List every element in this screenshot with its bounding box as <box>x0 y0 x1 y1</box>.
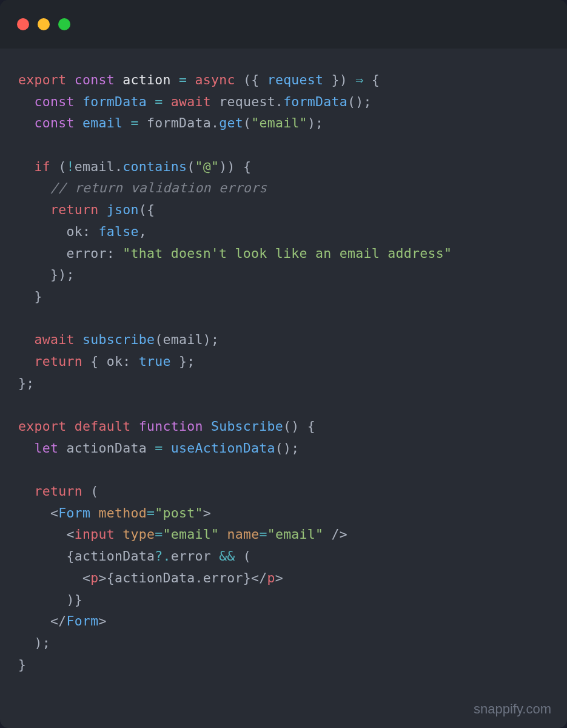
minimize-icon[interactable] <box>38 18 50 30</box>
maximize-icon[interactable] <box>58 18 70 30</box>
watermark: snappify.com <box>474 701 551 717</box>
code-window: export const action = async ({ request }… <box>0 0 567 728</box>
close-icon[interactable] <box>17 18 29 30</box>
titlebar <box>0 0 567 49</box>
code-content: export const action = async ({ request }… <box>0 49 567 696</box>
